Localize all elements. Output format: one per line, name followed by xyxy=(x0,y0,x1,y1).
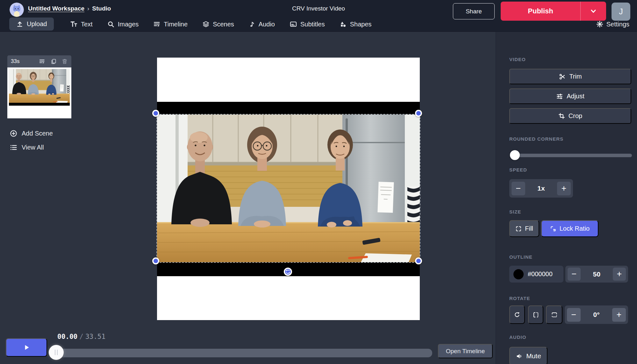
play-icon xyxy=(22,343,31,352)
scissors-icon xyxy=(559,73,566,80)
resize-handle-bottom-right[interactable] xyxy=(415,257,422,264)
fill-button[interactable]: Fill xyxy=(509,220,539,237)
tab-timeline[interactable]: Timeline xyxy=(153,21,188,28)
chevron-down-icon xyxy=(589,7,598,16)
tab-audio[interactable]: Audio xyxy=(249,21,275,28)
scene-thumbnail-image xyxy=(9,69,70,103)
crop-button[interactable]: Crop xyxy=(509,108,631,124)
video-section-label: VIDEO xyxy=(509,57,526,62)
lock-ratio-button[interactable]: Lock Ratio xyxy=(541,220,598,237)
adjust-label: Adjust xyxy=(567,93,584,100)
speed-decrease-button[interactable]: − xyxy=(512,182,525,195)
video-frame-content xyxy=(157,115,420,262)
tab-scenes[interactable]: Scenes xyxy=(202,21,234,28)
speed-increase-button[interactable]: + xyxy=(557,182,571,195)
delete-scene-icon[interactable] xyxy=(61,58,68,65)
mute-button[interactable]: Mute xyxy=(509,347,548,364)
gear-icon xyxy=(596,21,603,28)
time-display: 00.00/33.51 xyxy=(57,333,105,340)
speed-section-label: SPEED xyxy=(509,167,527,172)
speed-value: 1x xyxy=(525,185,557,192)
rotate-section-label: ROTATE xyxy=(509,296,530,301)
view-all-label: View All xyxy=(22,144,44,151)
rounded-corners-slider-thumb[interactable] xyxy=(510,150,520,160)
adjust-button[interactable]: Adjust xyxy=(509,88,631,104)
outline-width-increase-button[interactable]: + xyxy=(613,268,626,281)
upload-icon xyxy=(16,21,23,28)
seek-handle[interactable] xyxy=(49,345,64,360)
crop-icon xyxy=(558,113,565,119)
breadcrumb-page: Studio xyxy=(92,5,111,12)
outline-color-value: #000000 xyxy=(528,270,553,278)
outline-color-picker[interactable]: #000000 xyxy=(509,266,563,283)
plus-circle-icon xyxy=(10,130,18,137)
scene-duration-badge: 33s xyxy=(11,58,19,65)
rotate-90-button[interactable] xyxy=(509,305,525,324)
images-search-icon xyxy=(107,21,115,28)
rounded-corners-slider-track[interactable] xyxy=(511,154,632,157)
duplicate-scene-icon[interactable] xyxy=(50,58,57,65)
outline-color-swatch xyxy=(513,269,524,279)
share-button[interactable]: Share xyxy=(453,3,495,19)
audio-section-label: AUDIO xyxy=(509,334,526,340)
view-all-button[interactable]: View All xyxy=(10,144,44,151)
resize-handle-top-right[interactable] xyxy=(415,110,422,117)
add-scene-button[interactable]: Add Scene xyxy=(10,130,53,137)
resize-handle-bottom-left[interactable] xyxy=(152,257,159,264)
scene-thumbnail[interactable] xyxy=(7,67,71,118)
fill-label: Fill xyxy=(525,225,533,232)
rotate-decrease-button[interactable]: − xyxy=(567,308,581,322)
selected-video-layer[interactable] xyxy=(157,115,420,262)
list-icon xyxy=(10,144,18,151)
scene-thumbnail-letterbox xyxy=(9,103,70,106)
subtitles-icon xyxy=(290,20,297,28)
project-title[interactable]: CRV Investor Video xyxy=(292,0,345,17)
crop-label: Crop xyxy=(569,112,582,120)
settings-label: Settings xyxy=(606,21,629,28)
scene-timeline-icon[interactable] xyxy=(39,58,46,65)
resize-handle-top-left[interactable] xyxy=(152,110,159,117)
rotate-increase-button[interactable]: + xyxy=(612,308,626,322)
mute-label: Mute xyxy=(526,352,541,360)
tab-subtitles[interactable]: Subtitles xyxy=(290,20,325,28)
tab-shapes[interactable]: Shapes xyxy=(340,21,372,28)
play-button[interactable] xyxy=(6,338,47,357)
cat-mascot-icon xyxy=(10,3,24,17)
open-timeline-button[interactable]: Open Timeline xyxy=(438,344,493,358)
tab-text[interactable]: Text xyxy=(70,20,93,28)
rounded-corners-section-label: ROUNDED CORNERS xyxy=(509,136,563,142)
size-section-label: SIZE xyxy=(509,209,521,214)
editor-canvas[interactable] xyxy=(157,58,420,320)
flip-vertical-button[interactable] xyxy=(546,305,562,324)
breadcrumb-separator: › xyxy=(87,5,89,12)
flip-horizontal-button[interactable] xyxy=(528,305,543,324)
tab-timeline-label: Timeline xyxy=(164,21,188,28)
trim-button[interactable]: Trim xyxy=(509,69,631,84)
time-separator: / xyxy=(77,333,85,340)
editor-toolbar: Text Images Timeline Scenes Audio Subtit… xyxy=(70,17,372,32)
workspace-avatar[interactable] xyxy=(10,3,24,17)
publish-label[interactable]: Publish xyxy=(501,2,580,21)
seek-bar[interactable] xyxy=(51,349,432,357)
tab-upload[interactable]: Upload xyxy=(9,18,54,31)
flip-vertical-icon xyxy=(551,312,558,318)
seek-handle-grip xyxy=(57,350,58,355)
tab-images[interactable]: Images xyxy=(107,21,139,28)
tab-images-label: Images xyxy=(118,21,139,28)
scenes-layers-icon xyxy=(202,21,210,28)
publish-button[interactable]: Publish xyxy=(501,2,606,21)
flip-horizontal-icon xyxy=(533,312,539,318)
trim-label: Trim xyxy=(569,73,582,80)
workspace-link[interactable]: Untitled Workspace xyxy=(28,5,84,12)
rotate-handle[interactable] xyxy=(284,268,292,276)
tab-shapes-label: Shapes xyxy=(350,21,372,28)
scene-thumbnail-card[interactable]: 33s xyxy=(7,55,71,118)
settings-button[interactable]: Settings xyxy=(596,17,629,32)
outline-width-decrease-button[interactable]: − xyxy=(568,268,581,281)
seek-handle-grip xyxy=(55,350,55,355)
outline-section-label: OUTLINE xyxy=(509,254,533,260)
lock-ratio-label: Lock Ratio xyxy=(560,225,590,232)
lock-ratio-icon xyxy=(550,226,556,232)
breadcrumb: Untitled Workspace › Studio xyxy=(28,0,111,17)
tab-scenes-label: Scenes xyxy=(213,21,234,28)
